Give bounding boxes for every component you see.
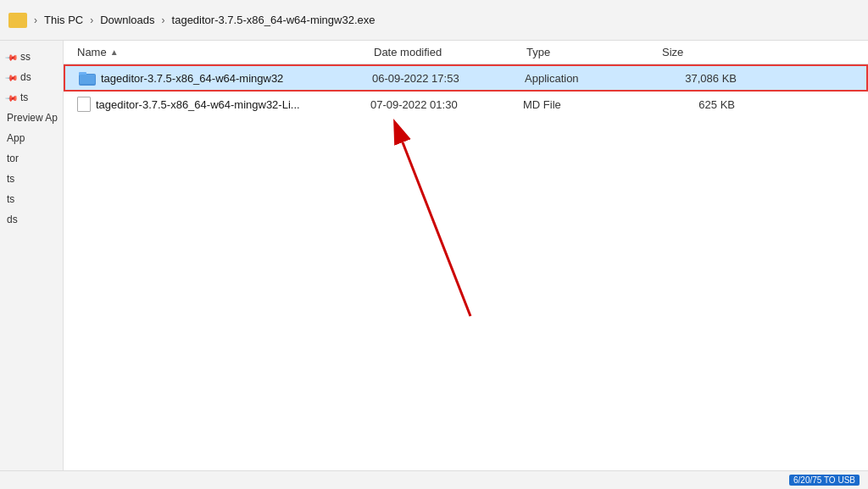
column-headers: Name ▲ Date modified Type Size xyxy=(64,41,868,64)
main-layout: 📌 ss 📌 ds 📌 ts Preview Ap App tor ts ts … xyxy=(0,41,868,470)
sidebar-item-ts3[interactable]: ts xyxy=(0,190,63,208)
file-name-cell: tageditor-3.7.5-x86_64-w64-mingw32 xyxy=(79,70,372,86)
sidebar-label-ts3: ts xyxy=(7,193,14,205)
sidebar: 📌 ss 📌 ds 📌 ts Preview Ap App tor ts ts … xyxy=(0,41,64,470)
breadcrumb-filename[interactable]: tageditor-3.7.5-x86_64-w64-mingw32.exe xyxy=(172,14,376,26)
file-size-2: 625 KB xyxy=(659,98,743,111)
sidebar-item-ds[interactable]: 📌 ds xyxy=(0,68,63,86)
sidebar-item-tor[interactable]: tor xyxy=(0,149,63,168)
col-name-label: Name xyxy=(77,46,107,58)
pin-icon: 📌 xyxy=(5,50,19,64)
separator-1: › xyxy=(34,14,37,26)
md-file-icon xyxy=(77,97,91,112)
status-bar: 6/20/75 TO USB xyxy=(0,470,868,489)
sidebar-item-ss[interactable]: 📌 ss xyxy=(0,47,63,66)
pin-icon-3: 📌 xyxy=(5,91,19,104)
file-date-1: 06-09-2022 17:53 xyxy=(372,72,525,85)
file-type-1: Application xyxy=(525,72,660,85)
status-bar-right: 6/20/75 TO USB xyxy=(789,475,860,486)
sidebar-label-preview: Preview Ap xyxy=(7,112,58,124)
sidebar-label-ds: ds xyxy=(20,71,31,83)
sidebar-item-ts[interactable]: 📌 ts xyxy=(0,88,63,107)
sidebar-label-ds2: ds xyxy=(7,214,18,225)
table-row[interactable]: tageditor-3.7.5-x86_64-w64-mingw32 06-09… xyxy=(64,64,868,92)
sidebar-label-ts: ts xyxy=(20,92,28,103)
table-row[interactable]: tageditor-3.7.5-x86_64-w64-mingw32-Li...… xyxy=(64,92,868,117)
sidebar-label-ts2: ts xyxy=(7,173,14,185)
exe-file-icon xyxy=(79,70,96,86)
breadcrumb-this-pc[interactable]: This PC xyxy=(44,14,83,26)
file-list: tageditor-3.7.5-x86_64-w64-mingw32 06-09… xyxy=(64,64,868,470)
svg-rect-2 xyxy=(80,75,95,84)
separator-2: › xyxy=(90,14,93,26)
sidebar-item-app[interactable]: App xyxy=(0,129,63,147)
sidebar-label-tor: tor xyxy=(7,153,19,164)
breadcrumb-downloads[interactable]: Downloads xyxy=(100,14,154,26)
address-bar: › This PC › Downloads › tageditor-3.7.5-… xyxy=(0,0,868,41)
content-area: Name ▲ Date modified Type Size tageditor… xyxy=(64,41,868,470)
col-header-name[interactable]: Name ▲ xyxy=(77,46,374,58)
file-type-2: MD File xyxy=(523,98,659,111)
sort-arrow-icon: ▲ xyxy=(110,47,119,57)
file-name-text-1: tageditor-3.7.5-x86_64-w64-mingw32 xyxy=(101,72,283,85)
col-header-size[interactable]: Size xyxy=(662,46,747,58)
sidebar-item-ds2[interactable]: ds xyxy=(0,210,63,229)
folder-icon xyxy=(8,13,27,28)
sidebar-item-preview[interactable]: Preview Ap xyxy=(0,108,63,127)
sidebar-label-ss: ss xyxy=(20,51,31,63)
file-name-text-2: tageditor-3.7.5-x86_64-w64-mingw32-Li... xyxy=(96,98,300,111)
file-name-cell-2: tageditor-3.7.5-x86_64-w64-mingw32-Li... xyxy=(77,97,370,112)
col-header-date[interactable]: Date modified xyxy=(374,46,526,58)
file-size-1: 37,086 KB xyxy=(660,72,745,85)
pin-icon-2: 📌 xyxy=(5,70,19,84)
status-info-box: 6/20/75 TO USB xyxy=(789,475,860,486)
col-header-type[interactable]: Type xyxy=(526,46,662,58)
separator-3: › xyxy=(162,14,165,26)
sidebar-label-app: App xyxy=(7,132,25,144)
file-date-2: 07-09-2022 01:30 xyxy=(370,98,523,111)
sidebar-item-ts2[interactable]: ts xyxy=(0,169,63,188)
